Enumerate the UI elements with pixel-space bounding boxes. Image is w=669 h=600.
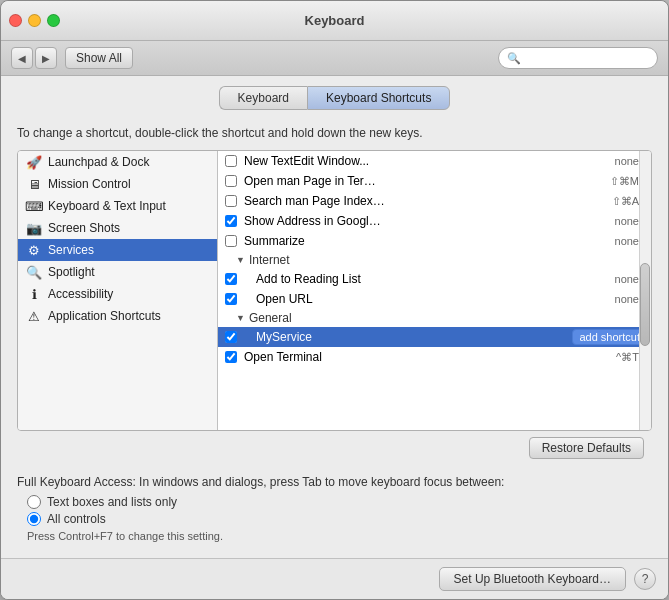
mission-control-icon: 🖥 xyxy=(26,176,42,192)
label-myservice: MyService xyxy=(240,330,572,344)
radio-row-text-boxes: Text boxes and lists only xyxy=(27,495,642,509)
shortcut-row-man-page-ter[interactable]: Open man Page in Ter… ⇧⌘M xyxy=(218,171,651,191)
sidebar-item-accessibility[interactable]: ℹ Accessibility xyxy=(18,283,217,305)
label-open-terminal: Open Terminal xyxy=(240,350,616,364)
close-button[interactable] xyxy=(9,14,22,27)
screen-shots-icon: 📷 xyxy=(26,220,42,236)
sidebar-label-launchpad: Launchpad & Dock xyxy=(48,155,149,169)
label-man-page-ter: Open man Page in Ter… xyxy=(240,174,610,188)
sidebar-label-services: Services xyxy=(48,243,94,257)
nav-buttons: ◀ ▶ xyxy=(11,47,57,69)
main-window: Keyboard ◀ ▶ Show All 🔍 Keyboard Keyboar… xyxy=(0,0,669,600)
radio-text-boxes[interactable] xyxy=(27,495,41,509)
group-label-general: General xyxy=(249,311,292,325)
shortcut-row-open-url[interactable]: Open URL none xyxy=(218,289,651,309)
key-reading-list: none xyxy=(615,273,639,285)
maximize-button[interactable] xyxy=(47,14,60,27)
check-open-url[interactable] xyxy=(225,293,237,305)
radio-label-all-controls: All controls xyxy=(47,512,106,526)
key-man-page-ter: ⇧⌘M xyxy=(610,175,639,188)
shortcuts-list: New TextEdit Window... none Open man Pag… xyxy=(218,151,651,430)
shortcut-row-myservice[interactable]: MyService add shortcut xyxy=(218,327,651,347)
sidebar-label-keyboard-text: Keyboard & Text Input xyxy=(48,199,166,213)
key-open-terminal: ^⌘T xyxy=(616,351,639,364)
minimize-button[interactable] xyxy=(28,14,41,27)
group-header-general[interactable]: ▼ General xyxy=(218,309,651,327)
sidebar-label-screen-shots: Screen Shots xyxy=(48,221,120,235)
label-reading-list: Add to Reading List xyxy=(240,272,615,286)
app-shortcuts-icon: ⚠ xyxy=(26,308,42,324)
sidebar-item-spotlight[interactable]: 🔍 Spotlight xyxy=(18,261,217,283)
check-new-textedit[interactable] xyxy=(225,155,237,167)
sidebar-item-services[interactable]: ⚙ Services xyxy=(18,239,217,261)
label-show-address: Show Address in Googl… xyxy=(240,214,615,228)
sidebar-label-accessibility: Accessibility xyxy=(48,287,113,301)
launchpad-icon: 🚀 xyxy=(26,154,42,170)
restore-defaults-button[interactable]: Restore Defaults xyxy=(529,437,644,459)
tabs-row: Keyboard Keyboard Shortcuts xyxy=(1,76,668,116)
check-open-terminal[interactable] xyxy=(225,351,237,363)
radio-all-controls[interactable] xyxy=(27,512,41,526)
sidebar-item-keyboard-text[interactable]: ⌨ Keyboard & Text Input xyxy=(18,195,217,217)
shortcut-row-new-textedit[interactable]: New TextEdit Window... none xyxy=(218,151,651,171)
sidebar-item-mission-control[interactable]: 🖥 Mission Control xyxy=(18,173,217,195)
label-open-url: Open URL xyxy=(240,292,615,306)
label-summarize: Summarize xyxy=(240,234,615,248)
toolbar: ◀ ▶ Show All 🔍 xyxy=(1,41,668,76)
key-open-url: none xyxy=(615,293,639,305)
content: To change a shortcut, double-click the s… xyxy=(1,116,668,558)
shortcut-row-open-terminal[interactable]: Open Terminal ^⌘T xyxy=(218,347,651,367)
fka-hint: Press Control+F7 to change this setting. xyxy=(17,530,652,542)
fka-label: Full Keyboard Access: In windows and dia… xyxy=(17,475,652,489)
bottom-section: Full Keyboard Access: In windows and dia… xyxy=(17,465,652,548)
keyboard-text-icon: ⌨ xyxy=(26,198,42,214)
hint-text: To change a shortcut, double-click the s… xyxy=(17,126,652,140)
triangle-internet: ▼ xyxy=(236,255,245,265)
check-man-page-idx[interactable] xyxy=(225,195,237,207)
group-header-internet[interactable]: ▼ Internet xyxy=(218,251,651,269)
sidebar-item-launchpad[interactable]: 🚀 Launchpad & Dock xyxy=(18,151,217,173)
tab-keyboard-shortcuts[interactable]: Keyboard Shortcuts xyxy=(307,86,450,110)
sidebar-label-spotlight: Spotlight xyxy=(48,265,95,279)
triangle-general: ▼ xyxy=(236,313,245,323)
search-box: 🔍 xyxy=(498,47,658,69)
check-man-page-ter[interactable] xyxy=(225,175,237,187)
sidebar-label-mission-control: Mission Control xyxy=(48,177,131,191)
sidebar-item-app-shortcuts[interactable]: ⚠ Application Shortcuts xyxy=(18,305,217,327)
group-label-internet: Internet xyxy=(249,253,290,267)
help-button[interactable]: ? xyxy=(634,568,656,590)
restore-row: Restore Defaults xyxy=(17,431,652,465)
shortcuts-panel: New TextEdit Window... none Open man Pag… xyxy=(218,151,651,430)
check-reading-list[interactable] xyxy=(225,273,237,285)
shortcut-row-man-page-idx[interactable]: Search man Page Index… ⇧⌘A xyxy=(218,191,651,211)
shortcut-row-reading-list[interactable]: Add to Reading List none xyxy=(218,269,651,289)
bluetooth-keyboard-button[interactable]: Set Up Bluetooth Keyboard… xyxy=(439,567,626,591)
sidebar-item-screen-shots[interactable]: 📷 Screen Shots xyxy=(18,217,217,239)
radio-row-all-controls: All controls xyxy=(27,512,642,526)
check-myservice[interactable] xyxy=(225,331,237,343)
key-summarize: none xyxy=(615,235,639,247)
shortcut-row-summarize[interactable]: Summarize none xyxy=(218,231,651,251)
shortcut-row-show-address[interactable]: Show Address in Googl… none xyxy=(218,211,651,231)
tab-keyboard[interactable]: Keyboard xyxy=(219,86,307,110)
check-summarize[interactable] xyxy=(225,235,237,247)
badge-myservice[interactable]: add shortcut xyxy=(572,329,647,345)
label-new-textedit: New TextEdit Window... xyxy=(240,154,615,168)
main-area: 🚀 Launchpad & Dock 🖥 Mission Control ⌨ K… xyxy=(17,150,652,431)
back-button[interactable]: ◀ xyxy=(11,47,33,69)
window-title: Keyboard xyxy=(305,13,365,28)
scrollbar-track[interactable] xyxy=(639,151,651,430)
key-man-page-idx: ⇧⌘A xyxy=(612,195,639,208)
footer: Set Up Bluetooth Keyboard… ? xyxy=(1,558,668,599)
show-all-button[interactable]: Show All xyxy=(65,47,133,69)
services-icon: ⚙ xyxy=(26,242,42,258)
search-input[interactable] xyxy=(525,51,649,65)
forward-button[interactable]: ▶ xyxy=(35,47,57,69)
traffic-lights xyxy=(9,14,60,27)
check-show-address[interactable] xyxy=(225,215,237,227)
accessibility-icon: ℹ xyxy=(26,286,42,302)
key-show-address: none xyxy=(615,215,639,227)
scrollbar-thumb[interactable] xyxy=(640,263,650,347)
key-new-textedit: none xyxy=(615,155,639,167)
search-icon: 🔍 xyxy=(507,52,521,65)
